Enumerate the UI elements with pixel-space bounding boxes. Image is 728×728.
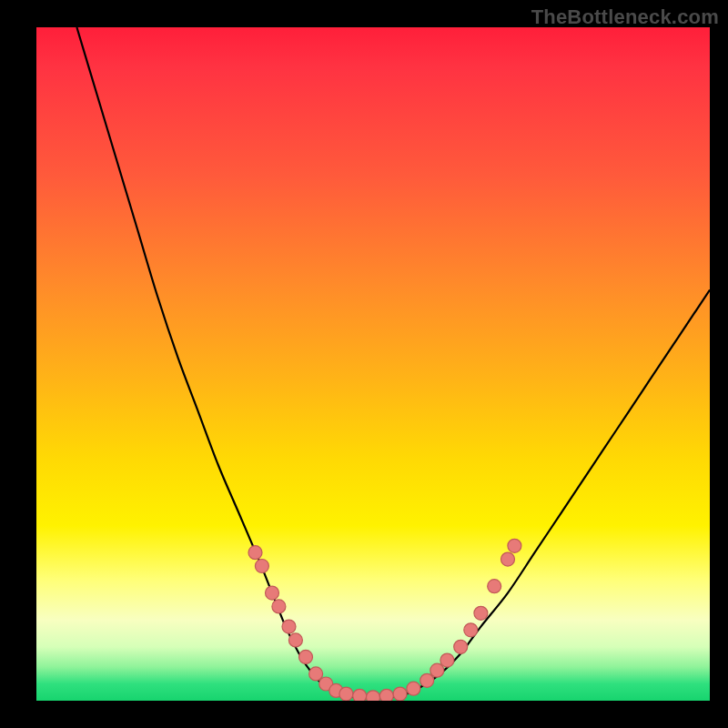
data-point-marker (309, 667, 323, 681)
data-point-marker (272, 600, 286, 613)
data-point-marker (266, 586, 279, 600)
left-branch-curve (76, 27, 339, 694)
data-point-marker (339, 687, 353, 701)
data-point-marker (454, 640, 468, 653)
data-point-marker (282, 620, 296, 633)
right-branch-curve (407, 290, 710, 694)
plot-area (36, 27, 710, 701)
data-point-marker (288, 633, 302, 647)
data-point-marker (474, 606, 488, 620)
data-point-marker (508, 539, 521, 552)
data-point-marker (420, 673, 434, 687)
data-point-marker (488, 580, 501, 593)
watermark-text: TheBottleneck.com (531, 5, 719, 29)
data-point-marker (440, 653, 454, 667)
data-point-marker (367, 691, 380, 701)
data-point-marker (464, 623, 478, 637)
data-point-marker (393, 687, 407, 701)
data-point-marker (501, 552, 515, 566)
data-point-marker (248, 546, 262, 560)
data-point-marker (255, 560, 268, 573)
chart-frame: TheBottleneck.com (0, 0, 728, 728)
data-point-marker (430, 663, 444, 677)
marker-group (248, 539, 521, 701)
data-point-marker (353, 689, 367, 701)
data-point-marker (299, 650, 313, 663)
curve-layer (36, 27, 710, 701)
data-point-marker (379, 689, 393, 701)
data-point-marker (407, 682, 420, 695)
